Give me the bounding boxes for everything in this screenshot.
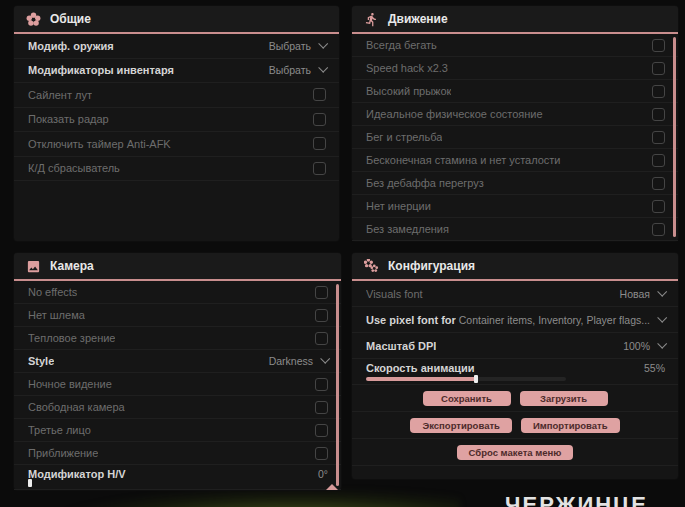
scrollbar[interactable]: [673, 37, 676, 237]
settings-row[interactable]: Speed hack x2.3: [352, 57, 678, 80]
settings-row[interactable]: Visuals fontНовая: [352, 281, 678, 307]
row-label: Масштаб DPI: [366, 340, 436, 352]
checkbox[interactable]: [652, 200, 665, 213]
button-row: СохранитьЗагрузить: [352, 385, 678, 412]
save-button[interactable]: Сохранить: [423, 391, 511, 406]
settings-row[interactable]: Идеальное физическое состояние: [352, 103, 678, 126]
slider-track[interactable]: [28, 481, 300, 485]
checkbox[interactable]: [313, 88, 326, 101]
checkbox[interactable]: [313, 162, 326, 175]
row-label: Всегда бегать: [366, 39, 437, 51]
row-label: Speed hack x2.3: [366, 62, 448, 74]
slider-value: 55%: [644, 362, 665, 374]
checkbox[interactable]: [315, 286, 328, 299]
checkbox[interactable]: [652, 223, 665, 236]
reset-layout-button[interactable]: Сброс макета меню: [457, 445, 574, 460]
checkbox[interactable]: [652, 39, 665, 52]
import-button[interactable]: Импортировать: [521, 418, 620, 433]
settings-row[interactable]: Свободная камера: [14, 396, 341, 419]
panel-config-header[interactable]: Конфигурация: [352, 253, 678, 281]
settings-row[interactable]: No effects: [14, 281, 341, 304]
panel-title: Камера: [50, 259, 94, 273]
settings-row[interactable]: Третье лицо: [14, 419, 341, 442]
dropdown[interactable]: Выбрать: [269, 64, 326, 76]
slider-thumb[interactable]: [28, 479, 32, 487]
panel-movement: Движение Всегда бегатьSpeed hack x2.3Выс…: [352, 6, 678, 241]
row-label: Ночное видение: [28, 378, 112, 390]
checkbox[interactable]: [652, 154, 665, 167]
settings-row[interactable]: Бег и стрельба: [352, 126, 678, 149]
settings-row[interactable]: Скорость анимации55%: [352, 359, 678, 385]
settings-row[interactable]: Нет инерции: [352, 195, 678, 218]
dropdown[interactable]: Darkness: [269, 355, 328, 367]
settings-row[interactable]: Без дебаффа перегруз: [352, 172, 678, 195]
checkbox[interactable]: [652, 85, 665, 98]
chevron-down-icon: [657, 312, 667, 322]
watermark-text: ЧЕРЖИНЦЕ: [505, 494, 648, 507]
checkbox[interactable]: [315, 332, 328, 345]
settings-row[interactable]: Модификаторы инвентаряВыбрать: [14, 59, 339, 84]
row-label: Показать радар: [28, 113, 109, 125]
scrollbar[interactable]: [336, 284, 339, 486]
checkbox[interactable]: [315, 401, 328, 414]
chevron-down-icon: [318, 63, 328, 73]
row-label: Скорость анимации: [366, 362, 475, 374]
checkbox[interactable]: [652, 177, 665, 190]
dropdown[interactable]: Container items, Inventory, Player flags…: [459, 314, 665, 326]
checkbox[interactable]: [315, 447, 328, 460]
checkbox[interactable]: [313, 113, 326, 126]
flower-icon: [26, 12, 41, 27]
settings-row[interactable]: Всегда бегать: [352, 34, 678, 57]
settings-row[interactable]: Показать радар: [14, 108, 339, 133]
row-label: Модификаторы инвентаря: [28, 64, 174, 76]
settings-row[interactable]: Нет шлема: [14, 304, 341, 327]
chevron-down-icon: [320, 354, 330, 364]
settings-row[interactable]: Приближение: [14, 442, 341, 465]
settings-row[interactable]: Модификатор H/V0°: [14, 465, 341, 490]
panel-general-header[interactable]: Общие: [14, 6, 339, 34]
settings-row[interactable]: Отключить таймер Anti-AFK: [14, 132, 339, 157]
settings-row[interactable]: Высокий прыжок: [352, 80, 678, 103]
dropdown[interactable]: Выбрать: [269, 40, 326, 52]
row-label: Бег и стрельба: [366, 131, 442, 143]
settings-row[interactable]: Масштаб DPI100%: [352, 333, 678, 359]
panel-title: Движение: [388, 12, 448, 26]
settings-row[interactable]: Без замедления: [352, 218, 678, 241]
panel-movement-header[interactable]: Движение: [352, 6, 678, 34]
checkbox[interactable]: [315, 309, 328, 322]
dropdown[interactable]: Новая: [620, 288, 665, 300]
chevron-down-icon: [657, 338, 667, 348]
settings-row[interactable]: StyleDarkness: [14, 350, 341, 373]
gears-icon: [364, 259, 379, 274]
settings-row[interactable]: Модиф. оружияВыбрать: [14, 34, 339, 59]
slider-thumb[interactable]: [474, 375, 478, 383]
checkbox[interactable]: [652, 62, 665, 75]
checkbox[interactable]: [315, 424, 328, 437]
dropdown-value: 100%: [623, 340, 650, 352]
settings-row[interactable]: Use pixel font forContainer items, Inven…: [352, 307, 678, 333]
dropdown-value: Выбрать: [269, 64, 311, 76]
dropdown-value: Новая: [620, 288, 650, 300]
slider-track[interactable]: [366, 377, 566, 381]
load-button[interactable]: Загрузить: [520, 391, 608, 406]
settings-row[interactable]: Сайлент лут: [14, 83, 339, 108]
row-label: No effects: [28, 286, 77, 298]
row-label: Высокий прыжок: [366, 85, 451, 97]
row-label: Модиф. оружия: [28, 40, 114, 52]
row-label: Visuals font: [366, 288, 423, 300]
row-label: Нет инерции: [366, 200, 431, 212]
checkbox[interactable]: [652, 108, 665, 121]
settings-row[interactable]: Ночное видение: [14, 373, 341, 396]
panel-camera-header[interactable]: Камера: [14, 253, 341, 281]
settings-row[interactable]: К/Д сбрасыватель: [14, 157, 339, 182]
dropdown[interactable]: 100%: [623, 340, 665, 352]
settings-row[interactable]: Бесконечная стамина и нет усталости: [352, 149, 678, 172]
resize-handle[interactable]: [326, 484, 338, 490]
checkbox[interactable]: [652, 131, 665, 144]
settings-row[interactable]: Тепловое зрение: [14, 327, 341, 350]
row-label: Style: [28, 355, 54, 367]
export-button[interactable]: Экспортировать: [410, 418, 511, 433]
checkbox[interactable]: [315, 378, 328, 391]
button-row: Сброс макета меню: [352, 439, 678, 466]
checkbox[interactable]: [313, 137, 326, 150]
